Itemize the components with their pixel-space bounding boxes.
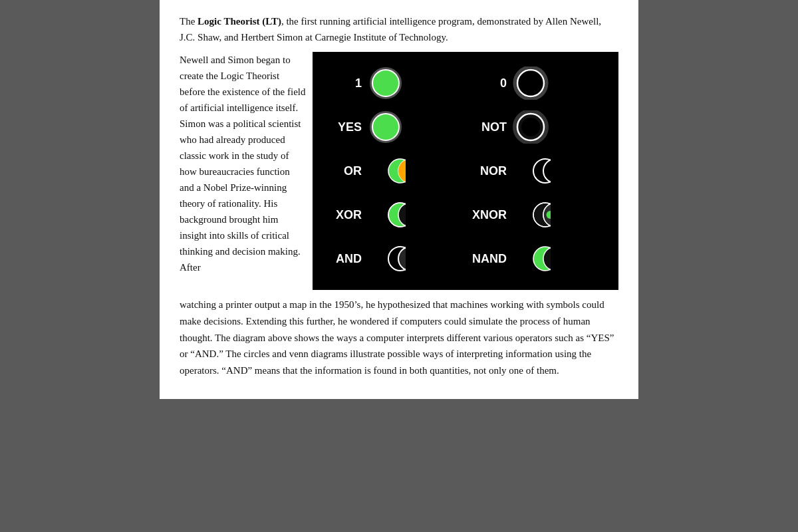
icon-xnor <box>511 198 551 231</box>
logic-theorist-bold: Logic Theorist (LT) <box>198 16 281 27</box>
svg-point-8 <box>521 118 540 136</box>
content-block: Newell and Simon began to create the Log… <box>180 52 618 290</box>
icon-1-filled-green <box>366 66 406 100</box>
cell-0: 0 <box>467 64 609 102</box>
icon-and <box>366 242 406 275</box>
icon-not <box>511 110 551 144</box>
svg-point-15 <box>543 159 551 183</box>
svg-point-14 <box>533 159 551 183</box>
cell-nand: NAND <box>467 239 609 278</box>
cell-xor: XOR <box>322 196 464 234</box>
icon-0-empty <box>511 66 551 100</box>
svg-point-2 <box>517 70 544 96</box>
svg-point-4 <box>372 114 399 140</box>
icon-xor <box>366 198 406 231</box>
page-container: The Logic Theorist (LT), the first runni… <box>160 0 638 399</box>
label-nor: NOR <box>471 164 507 178</box>
cell-not: NOT <box>467 108 609 146</box>
cell-nor: NOR <box>467 152 609 190</box>
bottom-paragraph: watching a printer output a map in the 1… <box>180 297 618 379</box>
intro-paragraph: The Logic Theorist (LT), the first runni… <box>180 13 618 45</box>
cell-xnor: XNOR <box>467 196 609 234</box>
label-0: 0 <box>471 76 507 90</box>
label-xnor: XNOR <box>471 208 507 222</box>
label-or: OR <box>326 164 362 178</box>
label-xor: XOR <box>326 208 362 222</box>
icon-or <box>366 154 406 188</box>
cell-and: AND <box>322 239 464 278</box>
icon-yes <box>366 110 406 144</box>
left-text: Newell and Simon began to create the Log… <box>180 52 313 290</box>
icon-nand <box>511 242 551 275</box>
label-1: 1 <box>326 76 362 90</box>
cell-yes: YES <box>322 108 464 146</box>
label-nand: NAND <box>471 252 507 266</box>
svg-point-0 <box>372 70 399 96</box>
cell-or: OR <box>322 152 464 190</box>
label-yes: YES <box>326 120 362 134</box>
label-not: NOT <box>471 120 507 134</box>
label-and: AND <box>326 252 362 266</box>
svg-point-37 <box>398 247 406 271</box>
logic-diagram: 1 0 YES <box>313 52 618 290</box>
cell-1: 1 <box>322 64 464 102</box>
icon-nor <box>511 154 551 188</box>
